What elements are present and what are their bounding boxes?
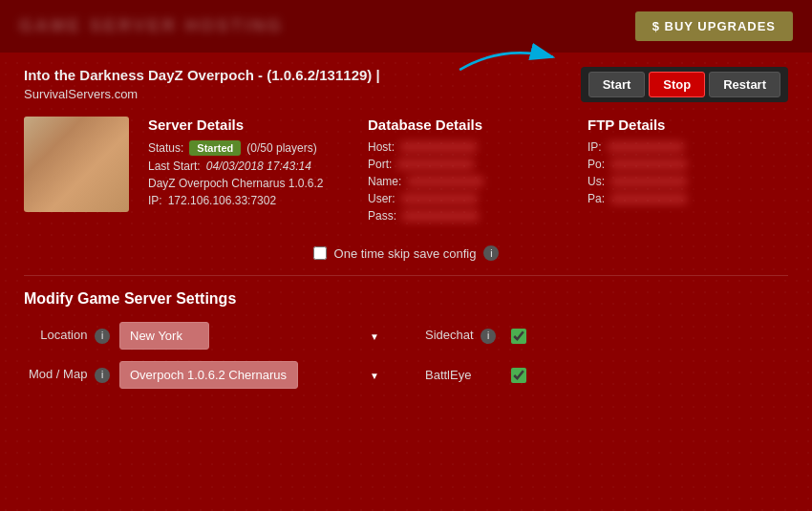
modify-settings-heading: Modify Game Server Settings (24, 290, 788, 308)
ftp-details-heading: FTP Details (588, 117, 788, 133)
game-version: DayZ Overpoch Chernarus 1.0.6.2 (148, 177, 323, 190)
location-label: Location i (24, 328, 110, 344)
ftp-pass-row: Pa: (588, 192, 788, 205)
mod-map-select[interactable]: Overpoch 1.0.6.2 Chernarus Epoch Chernar… (119, 361, 298, 389)
server-title-line2: SurvivalServers.com (24, 87, 581, 101)
status-label: Status: (148, 141, 183, 155)
main-content: Into the Darkness DayZ Overpoch - (1.0.6… (0, 53, 812, 403)
skip-config-row: One time skip save config i (24, 245, 788, 261)
sidechat-setting-row: Sidechat i (425, 328, 788, 344)
ftp-ip-label: IP: (588, 140, 602, 154)
db-port-row: Port: (368, 158, 568, 171)
sidechat-info-icon[interactable]: i (481, 329, 496, 344)
ip-row: IP: 172.106.106.33:7302 (148, 194, 349, 207)
ftp-port-value (610, 159, 687, 170)
location-info-icon[interactable]: i (95, 329, 110, 344)
last-start-row: Last Start: 04/03/2018 17:43:14 (148, 160, 349, 173)
battleye-setting-row: BattlEye (425, 368, 788, 383)
ftp-ip-value (608, 141, 684, 153)
settings-grid: Location i New York Los Angeles Dallas C… (24, 322, 788, 389)
ip-value: 172.106.106.33:7302 (168, 194, 276, 207)
ftp-user-value (610, 176, 687, 187)
status-badge: Started (189, 140, 241, 156)
skip-config-checkbox[interactable] (313, 246, 327, 260)
db-pass-row: Pass: (368, 209, 568, 223)
db-user-row: User: (368, 192, 568, 205)
location-select[interactable]: New York Los Angeles Dallas Chicago (119, 322, 209, 350)
control-buttons: Start Stop Restart (581, 67, 788, 102)
skip-config-label: One time skip save config (334, 246, 477, 261)
details-section: Server Details Status: Started (0/50 pla… (24, 117, 788, 226)
server-details-heading: Server Details (148, 117, 349, 133)
ftp-pass-value (610, 193, 687, 204)
db-pass-label: Pass: (368, 209, 396, 223)
players-count: (0/50 players) (246, 141, 316, 155)
db-host-row: Host: (368, 140, 568, 154)
db-user-value (401, 193, 478, 204)
db-name-value (407, 176, 483, 187)
db-name-label: Name: (368, 175, 401, 188)
location-setting-row: Location i New York Los Angeles Dallas C… (24, 322, 387, 350)
mod-map-info-icon[interactable]: i (95, 368, 110, 383)
ftp-port-label: Po: (588, 158, 605, 171)
stop-button[interactable]: Stop (649, 72, 705, 97)
skip-config-info-icon[interactable]: i (483, 245, 499, 261)
db-name-row: Name: (368, 175, 568, 188)
sidechat-checkbox[interactable] (511, 329, 526, 344)
ftp-details-column: FTP Details IP: Po: Us: Pa: (588, 117, 788, 209)
top-bar: GAME SERVER HOSTING $ BUY UPGRADES (0, 0, 812, 53)
ftp-port-row: Po: (588, 158, 788, 171)
db-port-label: Port: (368, 158, 392, 171)
arrow-indicator (449, 40, 564, 78)
mod-map-setting-row: Mod / Map i Overpoch 1.0.6.2 Chernarus E… (24, 361, 387, 389)
last-start-label: Last Start: (148, 160, 201, 173)
divider (24, 275, 788, 276)
location-select-wrapper: New York Los Angeles Dallas Chicago (119, 322, 387, 350)
ftp-user-label: Us: (588, 175, 605, 188)
db-host-label: Host: (368, 140, 395, 154)
ftp-pass-label: Pa: (588, 192, 605, 205)
ip-label: IP: (148, 194, 162, 207)
control-row: Into the Darkness DayZ Overpoch - (1.0.6… (24, 67, 788, 102)
server-thumbnail (24, 117, 129, 212)
sidechat-label: Sidechat i (425, 328, 502, 344)
battleye-checkbox[interactable] (511, 368, 526, 383)
modify-settings-section: Modify Game Server Settings Location i N… (24, 290, 788, 389)
mod-map-select-wrapper: Overpoch 1.0.6.2 Chernarus Epoch Chernar… (119, 361, 387, 389)
db-user-label: User: (368, 192, 395, 205)
restart-button[interactable]: Restart (709, 72, 780, 97)
buy-upgrades-button[interactable]: $ BUY UPGRADES (635, 11, 793, 41)
db-host-value (400, 141, 477, 153)
mod-map-label: Mod / Map i (24, 367, 110, 383)
ftp-user-row: Us: (588, 175, 788, 188)
db-pass-value (402, 210, 479, 222)
db-port-value (397, 159, 474, 170)
battleye-label: BattlEye (425, 368, 502, 382)
status-row: Status: Started (0/50 players) (148, 140, 349, 156)
game-version-row: DayZ Overpoch Chernarus 1.0.6.2 (148, 177, 349, 190)
site-title: GAME SERVER HOSTING (19, 16, 284, 36)
last-start-value: 04/03/2018 17:43:14 (206, 160, 311, 173)
server-details-column: Server Details Status: Started (0/50 pla… (148, 117, 349, 211)
database-details-column: Database Details Host: Port: Name: User:… (368, 117, 568, 226)
start-button[interactable]: Start (588, 72, 646, 97)
db-details-heading: Database Details (368, 117, 568, 133)
ftp-ip-row: IP: (588, 140, 788, 154)
